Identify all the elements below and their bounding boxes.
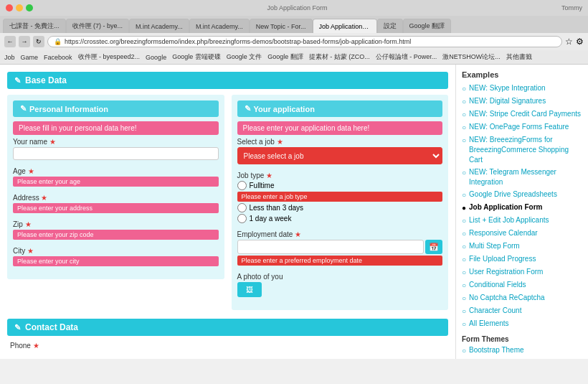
sidebar-link-multistep[interactable]: Multi Step Form — [469, 241, 520, 251]
sidebar-link-skype[interactable]: NEW: Skype Integration — [469, 83, 546, 93]
bookmark-forum1[interactable]: 公仔報論壇 - Power... — [374, 52, 439, 62]
sidebar-item-conditional[interactable]: ○ Conditional Fields — [462, 280, 582, 291]
sidebar-link-job-app: Job Application Form — [469, 202, 542, 212]
application-pencil-icon: ✎ — [245, 104, 251, 113]
job-select[interactable]: Please select a job — [237, 147, 443, 164]
radio-group-jobtype2: Less than 3 days 1 day a week — [237, 203, 443, 223]
personal-alert: Please fill in your personal data here! — [13, 121, 219, 135]
employment-field-group: Employment date ★ 📅 Please enter a prefe… — [237, 230, 443, 266]
sidebar-link-digital[interactable]: NEW: Digital Signatures — [469, 96, 546, 106]
forward-button[interactable]: → — [19, 36, 30, 47]
sidebar-link-stripe[interactable]: NEW: Stripe Credit Card Payments — [469, 109, 581, 119]
tab-5[interactable]: New Topic - For... — [250, 19, 313, 33]
job-required: ★ — [277, 138, 283, 146]
sidebar-link-google-drive[interactable]: Google Drive Spreadsheets — [469, 189, 557, 200]
sidebar-link-breezing[interactable]: NEW: BreeezingForms for BreeezingCommerc… — [469, 135, 582, 165]
radio-fulltime-input[interactable] — [237, 181, 247, 190]
sidebar-item-digital[interactable]: ○ NEW: Digital Signatures — [462, 96, 582, 107]
minimize-button[interactable] — [16, 4, 23, 11]
form-area: ✎ Base Data ✎ Personal Information Pleas… — [0, 65, 455, 359]
sidebar-item-telegram[interactable]: ○ NEW: Telegram Messenger Integration — [462, 167, 582, 187]
sidebar-link-onepage[interactable]: NEW: OnePage Forms Feature — [469, 122, 569, 132]
tab-3[interactable]: M.int Academy... — [129, 19, 189, 33]
sidebar-item-onepage[interactable]: ○ NEW: OnePage Forms Feature — [462, 122, 582, 133]
radio-1day-input[interactable] — [237, 214, 247, 223]
age-error: Please enter your age — [13, 177, 219, 187]
sidebar-link-userreg[interactable]: User Registration Form — [469, 267, 543, 277]
base-data-header: ✎ Base Data — [7, 72, 448, 89]
zip-field-group: Zip ★ Please enter your zip code — [13, 220, 219, 240]
tab-6-active[interactable]: Job Application F... — [313, 19, 377, 33]
sidebar-item-fileupload[interactable]: ○ File Upload Progress — [462, 254, 582, 265]
bookmark-inbox[interactable]: 收件匣 - byespeed2... — [77, 52, 142, 62]
name-required: ★ — [49, 138, 56, 146]
sidebar-link-conditional[interactable]: Conditional Fields — [469, 280, 526, 290]
address-field-group: Address ★ Please enter your address — [13, 194, 219, 213]
sidebar-link-calendar[interactable]: Responsive Calendar — [469, 228, 538, 238]
sidebar-item-allelements[interactable]: ○ All Elements — [462, 319, 582, 329]
age-field-group: Age ★ Please enter your age — [13, 167, 219, 187]
maximize-button[interactable] — [26, 4, 33, 11]
sidebar-link-allelements[interactable]: All Elements — [469, 319, 509, 329]
bookmark-netshow[interactable]: 激NETSHOW论坛... — [441, 52, 502, 62]
sidebar-item-bluefade-theme[interactable]: ○ Blue Fade Theme — [462, 358, 582, 359]
address-required: ★ — [41, 194, 47, 202]
job-type-field-group: Job type ★ Fulltime Please enter a job t… — [237, 172, 443, 223]
address-bar[interactable]: 🔒 https://crosstec.org/breezing​formsde​… — [47, 36, 562, 47]
application-title: Your application — [254, 105, 315, 113]
sidebar-item-nocaptcha[interactable]: ○ No Captcha ReCaptcha — [462, 293, 582, 304]
tab-8[interactable]: Google 翻譯 — [403, 19, 452, 33]
job-type-error: Please enter a job type — [237, 192, 443, 202]
sidebar-link-list-edit[interactable]: List + Edit Job Applicants — [469, 215, 549, 225]
sidebar-item-bootstrap-theme[interactable]: ○ Bootstrap Theme — [462, 345, 582, 356]
sidebar-item-list-edit[interactable]: ○ List + Edit Job Applicants — [462, 215, 582, 226]
sidebar-item-charcount[interactable]: ○ Character Count — [462, 306, 582, 317]
photo-upload-button[interactable]: 🖼 — [237, 282, 262, 297]
employment-label: Employment date ★ — [237, 230, 443, 238]
star-icon[interactable]: ☆ — [565, 37, 573, 47]
bookmark-translate[interactable]: Google 翻譯 — [266, 52, 305, 62]
bookmark-google[interactable]: Google — [144, 54, 168, 61]
tab-4[interactable]: M.int Academy... — [189, 19, 250, 33]
sidebar-link-nocaptcha[interactable]: No Captcha ReCaptcha — [469, 293, 545, 303]
radio-less3days-input[interactable] — [237, 203, 247, 212]
back-button[interactable]: ← — [4, 36, 16, 47]
sidebar-item-google-drive[interactable]: ○ Google Drive Spreadsheets — [462, 189, 582, 200]
sidebar-link-fileupload[interactable]: File Upload Progress — [469, 254, 536, 264]
bookmark-job[interactable]: Job — [3, 54, 16, 61]
tab-7[interactable]: 設定 — [377, 19, 403, 33]
photo-field-group: A photo of you 🖼 — [237, 273, 443, 297]
sidebar-item-calendar[interactable]: ○ Responsive Calendar — [462, 228, 582, 239]
sidebar-item-userreg[interactable]: ○ User Registration Form — [462, 267, 582, 278]
employment-date-input[interactable] — [237, 240, 425, 254]
sidebar-item-multistep[interactable]: ○ Multi Step Form — [462, 241, 582, 252]
calendar-button[interactable]: 📅 — [425, 240, 442, 254]
extensions-icon[interactable]: ⚙ — [576, 37, 584, 47]
application-header: ✎ Your application — [237, 100, 443, 117]
application-section: ✎ Your application Please enter your app… — [232, 95, 449, 310]
name-input[interactable] — [13, 147, 219, 160]
sidebar-dot-google-drive: ○ — [462, 190, 466, 200]
close-button[interactable] — [6, 4, 13, 11]
sidebar-link-bootstrap-theme[interactable]: Bootstrap Theme — [469, 345, 524, 355]
zip-label: Zip ★ — [13, 220, 219, 228]
bookmark-other[interactable]: 其他書籤 — [505, 52, 534, 62]
bookmark-docs[interactable]: Google 文件 — [225, 52, 264, 62]
refresh-button[interactable]: ↻ — [33, 36, 44, 47]
bookmark-material[interactable]: 提素材 - 姑蒙 (ZCO... — [308, 52, 371, 62]
personal-header: ✎ Personal Information — [13, 100, 219, 117]
bookmark-drive[interactable]: Google 雲端硬碟 — [171, 52, 222, 62]
tab-2[interactable]: 收件匣 (7) - bye... — [66, 19, 130, 33]
sidebar-link-charcount[interactable]: Character Count — [469, 306, 521, 316]
themes-title: Form Themes — [462, 335, 582, 343]
bookmark-facebook[interactable]: Facebook — [42, 54, 74, 61]
sidebar-item-breezing[interactable]: ○ NEW: BreeezingForms for BreeezingComme… — [462, 135, 582, 165]
sidebar-link-bluefade-theme[interactable]: Blue Fade Theme — [469, 358, 526, 359]
sidebar-item-skype[interactable]: ○ NEW: Skype Integration — [462, 83, 582, 94]
sidebar-link-telegram[interactable]: NEW: Telegram Messenger Integration — [469, 167, 582, 187]
zip-required: ★ — [25, 220, 32, 228]
tab-1[interactable]: 七課普 - 免費注... — [3, 19, 66, 33]
bookmarks-bar: Job Game Facebook 收件匣 - byespeed2... Goo… — [0, 50, 588, 65]
bookmark-game[interactable]: Game — [19, 54, 40, 61]
sidebar-item-stripe[interactable]: ○ NEW: Stripe Credit Card Payments — [462, 109, 582, 120]
